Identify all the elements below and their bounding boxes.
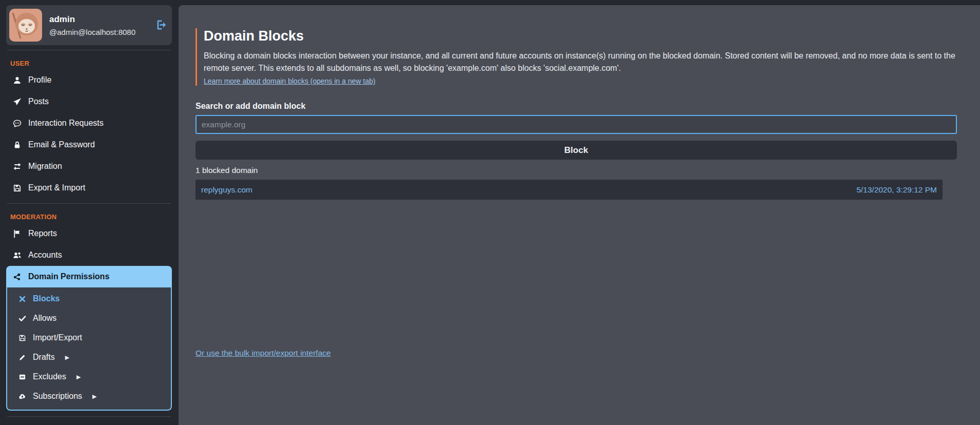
section-heading-user: USER (6, 55, 172, 69)
comment-dots-icon (13, 119, 22, 128)
flag-icon (13, 229, 22, 238)
blocked-domain-date: 5/13/2020, 3:29:12 PM (856, 185, 937, 195)
submenu-item-label: Subscriptions (33, 392, 82, 401)
submenu-item-subscriptions[interactable]: Subscriptions ▶ (14, 387, 171, 406)
sidebar-item-domain-permissions[interactable]: Domain Permissions (6, 266, 172, 287)
page-header: Domain Blocks Blocking a domain blocks i… (195, 28, 957, 86)
page-description: Blocking a domain blocks interaction bet… (204, 50, 957, 74)
submenu-item-blocks[interactable]: Blocks (14, 289, 171, 308)
submenu-item-label: Import/Export (33, 333, 82, 342)
sidebar-item-export-import[interactable]: Export & Import (6, 177, 172, 199)
user-card: admin @admin@localhost:8080 (6, 5, 172, 45)
x-mark-icon (18, 295, 26, 303)
user-display-name: admin (49, 14, 149, 25)
sidebar-item-label: Domain Permissions (28, 272, 109, 281)
caret-right-icon: ▶ (92, 393, 96, 400)
sidebar-divider (7, 50, 171, 50)
block-button[interactable]: Block (195, 141, 957, 160)
sidebar-item-label: Interaction Requests (28, 119, 104, 128)
floppy-disk-icon (18, 334, 26, 342)
submenu-item-label: Allows (33, 314, 56, 323)
submenu-item-label: Blocks (33, 294, 60, 303)
submenu-item-drafts[interactable]: Drafts ▶ (14, 347, 171, 367)
sidebar-item-label: Email & Password (28, 140, 95, 149)
lock-icon (13, 141, 22, 149)
blocked-domain-link[interactable]: replyguys.com (201, 185, 252, 195)
page-title: Domain Blocks (204, 28, 957, 44)
domain-permissions-submenu: Blocks Allows Import/Export Drafts ▶ E (6, 287, 172, 411)
learn-more-link[interactable]: Learn more about domain blocks (opens in… (204, 77, 376, 85)
sidebar-item-reports[interactable]: Reports (6, 223, 172, 244)
blocked-count: 1 blocked domain (195, 166, 957, 175)
minus-square-icon (18, 373, 26, 381)
sidebar-item-posts[interactable]: Posts (6, 91, 172, 112)
share-nodes-icon (13, 273, 22, 281)
submenu-item-label: Excludes (33, 372, 66, 381)
sidebar-item-label: Accounts (28, 250, 62, 260)
user-address: @admin@localhost:8080 (49, 28, 149, 36)
floppy-disk-icon (13, 184, 22, 192)
section-heading-moderation: MODERATION (6, 208, 172, 223)
sidebar-item-label: Migration (28, 162, 62, 171)
pencil-icon (18, 354, 26, 361)
user-meta: admin @admin@localhost:8080 (49, 14, 149, 36)
sign-out-icon (156, 24, 167, 32)
sidebar-divider (7, 416, 171, 417)
caret-right-icon: ▶ (76, 374, 81, 380)
users-icon (13, 251, 22, 260)
caret-right-icon: ▶ (65, 354, 69, 361)
check-icon (18, 315, 26, 322)
blocked-domain-row[interactable]: replyguys.com 5/13/2020, 3:29:12 PM (195, 180, 943, 200)
domain-blocks-panel: Domain Blocks Blocking a domain blocks i… (179, 5, 980, 425)
exchange-arrows-icon (13, 162, 22, 171)
cloud-download-icon (18, 393, 26, 400)
submenu-item-label: Drafts (33, 353, 55, 362)
sidebar-item-migration[interactable]: Migration (6, 156, 172, 177)
settings-sidebar: admin @admin@localhost:8080 USER Profile… (6, 5, 172, 421)
avatar (9, 9, 42, 42)
domain-search-input[interactable] (195, 115, 957, 134)
sidebar-item-label: Export & Import (28, 183, 85, 192)
search-label: Search or add domain block (195, 102, 957, 111)
submenu-item-allows[interactable]: Allows (14, 308, 171, 328)
submenu-item-excludes[interactable]: Excludes ▶ (14, 367, 171, 387)
sidebar-item-label: Reports (28, 229, 57, 238)
paper-plane-icon (13, 98, 22, 106)
sidebar-divider (7, 203, 171, 204)
bulk-import-export-link[interactable]: Or use the bulk import/export interface (195, 349, 331, 358)
sidebar-item-label: Profile (28, 75, 51, 85)
sidebar-item-email-password[interactable]: Email & Password (6, 134, 172, 156)
sidebar-item-label: Posts (28, 97, 49, 106)
submenu-item-import-export[interactable]: Import/Export (14, 328, 171, 347)
sidebar-item-accounts[interactable]: Accounts (6, 244, 172, 266)
user-icon (13, 76, 22, 85)
sidebar-item-interaction-requests[interactable]: Interaction Requests (6, 112, 172, 134)
sign-out-button[interactable] (156, 20, 167, 31)
sidebar-item-profile[interactable]: Profile (6, 69, 172, 91)
